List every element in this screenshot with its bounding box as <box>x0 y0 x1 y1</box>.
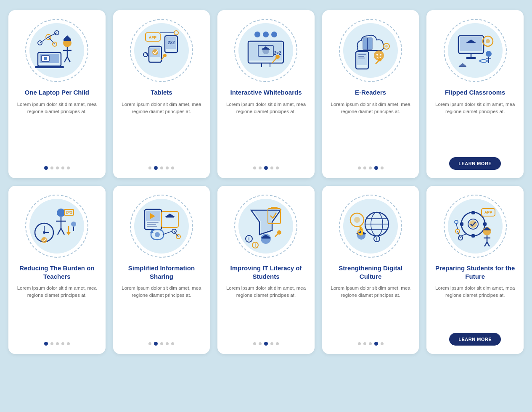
dot-5[interactable] <box>276 342 279 345</box>
svg-rect-66 <box>466 57 476 59</box>
dot-5[interactable] <box>67 342 70 345</box>
dot-1[interactable] <box>253 166 256 169</box>
dot-2[interactable] <box>50 342 53 345</box>
dot-5[interactable] <box>171 342 174 345</box>
dot-3[interactable] <box>264 166 268 170</box>
svg-text:👌: 👌 <box>355 225 366 236</box>
pagination-dots <box>358 342 384 346</box>
card-title: E-Readers <box>355 88 386 97</box>
svg-rect-138 <box>483 222 487 226</box>
dot-4[interactable] <box>374 166 378 170</box>
svg-rect-62 <box>460 37 482 51</box>
svg-point-89 <box>71 222 76 227</box>
svg-rect-95 <box>147 224 156 225</box>
svg-text:2×2: 2×2 <box>167 40 175 45</box>
svg-marker-73 <box>458 63 467 66</box>
svg-point-68 <box>486 39 490 43</box>
card-body: Lorem ipsum dolor sit dim amet, mea regi… <box>14 101 100 161</box>
svg-point-28 <box>163 54 167 57</box>
card-body: Lorem ipsum dolor sit dim amet, mea regi… <box>119 101 204 161</box>
svg-point-126 <box>354 217 360 223</box>
dot-1[interactable] <box>358 342 361 345</box>
svg-rect-135 <box>471 211 475 214</box>
card-icon-area: 2×2 <box>232 17 299 84</box>
dot-5[interactable] <box>67 166 70 169</box>
card-ereaders: E-Readers Lorem ipsum dolor sit dim amet… <box>322 10 419 178</box>
svg-rect-96 <box>147 226 157 227</box>
dot-4[interactable] <box>270 166 273 169</box>
svg-point-86 <box>41 237 47 243</box>
svg-rect-51 <box>358 54 366 55</box>
dot-4[interactable] <box>61 342 64 345</box>
whiteboard-icon: 2×2 <box>241 25 291 76</box>
svg-line-9 <box>67 57 70 62</box>
pagination-dots <box>44 342 70 346</box>
card-icon-area: APP <box>442 193 509 260</box>
dot-1[interactable] <box>253 342 256 345</box>
dot-1[interactable] <box>148 342 151 345</box>
dot-3[interactable] <box>264 342 268 346</box>
card-body: Lorem ipsum dolor sit dim amet, mea regi… <box>119 285 204 336</box>
card-title: Tablets <box>151 88 172 97</box>
card-title: Interactive Whiteboards <box>230 88 302 97</box>
learn-more-button-2[interactable]: LEARN MORE <box>449 333 501 346</box>
dot-4[interactable] <box>270 342 273 345</box>
card-grid: One Laptop Per Child Lorem ipsum dolor s… <box>8 10 524 354</box>
dot-3[interactable] <box>160 166 163 169</box>
card-whiteboards: 2×2 Interactive Whiteboards Lorem ipsum … <box>217 10 315 178</box>
card-icon-area: APP 2×2 <box>128 17 195 84</box>
dot-2[interactable] <box>259 342 262 345</box>
dot-2[interactable] <box>363 166 366 169</box>
dot-1[interactable] <box>44 166 48 170</box>
card-title: Simplified Information Sharing <box>119 264 204 280</box>
ereaders-icon <box>345 25 396 76</box>
dot-2[interactable] <box>259 166 262 169</box>
dot-5[interactable] <box>276 166 279 169</box>
card-title: One Laptop Per Child <box>25 88 89 97</box>
card-body: Lorem ipsum dolor sit dim amet, mea regi… <box>432 101 518 152</box>
svg-point-34 <box>263 32 269 37</box>
svg-line-79 <box>61 228 64 235</box>
svg-line-8 <box>64 57 67 62</box>
card-title: Flipped Classrooms <box>445 88 505 97</box>
dot-4[interactable] <box>166 166 169 169</box>
dot-3[interactable] <box>369 166 372 169</box>
dot-1[interactable] <box>358 166 361 169</box>
dot-2[interactable] <box>50 166 53 169</box>
svg-marker-108 <box>253 210 278 234</box>
card-icon-area <box>442 17 509 84</box>
dot-2[interactable] <box>363 342 366 345</box>
card-body: Lorem ipsum dolor sit dim amet, mea regi… <box>328 285 413 336</box>
svg-point-33 <box>254 32 260 37</box>
svg-point-60 <box>385 45 388 48</box>
dot-4[interactable] <box>374 342 378 346</box>
dot-2[interactable] <box>154 342 158 346</box>
card-title: Strengthening Digital Culture <box>328 264 413 280</box>
dot-3[interactable] <box>160 342 163 345</box>
dot-5[interactable] <box>381 342 384 345</box>
dot-3[interactable] <box>369 342 372 345</box>
dot-5[interactable] <box>171 166 174 169</box>
card-tablets: APP 2×2 Tablets Lor <box>113 10 210 178</box>
svg-line-145 <box>484 242 487 246</box>
dot-3[interactable] <box>56 166 59 169</box>
dot-4[interactable] <box>166 342 169 345</box>
svg-text:i: i <box>255 243 256 248</box>
svg-point-55 <box>376 54 378 55</box>
dot-3[interactable] <box>56 342 59 345</box>
card-it-literacy: i i Improving IT Literacy of Students Lo… <box>217 186 315 354</box>
svg-line-17 <box>48 37 55 44</box>
dot-4[interactable] <box>61 166 64 169</box>
flipped-classroom-icon <box>450 25 500 76</box>
dot-1[interactable] <box>44 342 48 346</box>
dot-5[interactable] <box>381 166 384 169</box>
dot-1[interactable] <box>148 166 151 169</box>
card-flipped-classrooms: Flipped Classrooms Lorem ipsum dolor sit… <box>426 10 524 178</box>
svg-line-146 <box>487 242 490 246</box>
dot-2[interactable] <box>154 166 158 170</box>
learn-more-button[interactable]: LEARN MORE <box>449 157 501 170</box>
pagination-dots <box>148 166 174 170</box>
svg-point-69 <box>486 51 492 57</box>
svg-rect-74 <box>459 66 466 67</box>
svg-marker-88 <box>66 232 71 235</box>
